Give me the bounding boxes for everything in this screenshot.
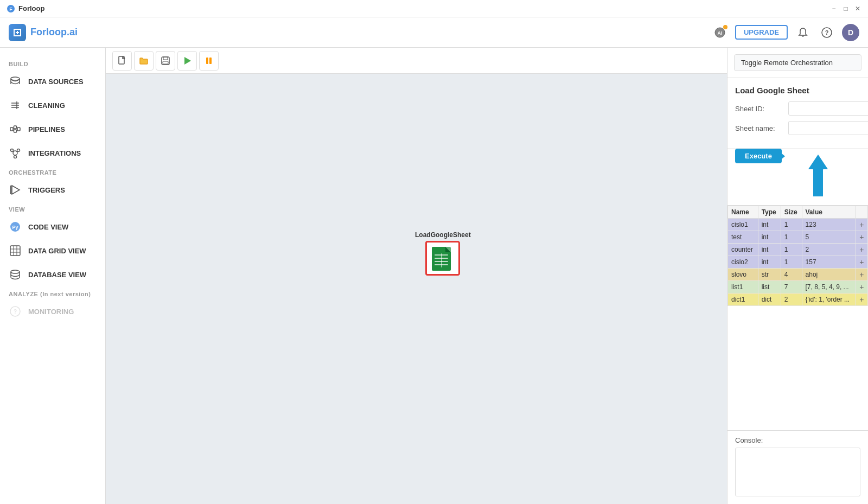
svg-rect-45 [209, 58, 212, 64]
sidebar-item-label: DATA SOURCES [28, 78, 84, 86]
add-row-button[interactable]: + [856, 219, 867, 231]
table-row: counter int 1 2 + [728, 244, 868, 256]
add-row-button[interactable]: + [856, 269, 867, 281]
sidebar-item-label: CODE VIEW [28, 223, 68, 231]
sidebar-item-code-view[interactable]: Py CODE VIEW [0, 215, 105, 239]
upgrade-button[interactable]: UPGRADE [735, 25, 788, 40]
right-panel: Toggle Remote Orchestration Load Google … [727, 48, 868, 504]
save-icon [161, 56, 170, 66]
execute-button[interactable]: Execute [735, 149, 782, 163]
svg-rect-12 [10, 127, 13, 131]
arrow-up-icon [805, 151, 832, 200]
sidebar-item-data-grid-view[interactable]: DATA GRID VIEW [0, 239, 105, 263]
save-button[interactable] [156, 51, 175, 71]
header-actions: AI UPGRADE ? D [711, 24, 859, 41]
data-table-section: Name Type Size Value cislo1 int 1 123 + … [727, 205, 868, 430]
svg-text:F: F [9, 7, 12, 12]
titlebar: F Forloop − □ ✕ [0, 0, 868, 17]
sidebar-item-label: MONITORING [28, 308, 74, 316]
svg-rect-31 [10, 246, 20, 256]
close-button[interactable]: ✕ [854, 5, 861, 12]
svg-point-22 [17, 149, 20, 152]
cell-name: test [728, 231, 758, 244]
sidebar-item-integrations[interactable]: INTEGRATIONS [0, 141, 105, 165]
cell-name: list1 [728, 281, 758, 294]
pipelines-icon [9, 123, 22, 136]
svg-rect-13 [14, 126, 17, 129]
minimize-button[interactable]: − [830, 5, 838, 12]
run-button[interactable] [177, 51, 197, 71]
cell-value: 157 [802, 256, 856, 269]
cell-type: list [758, 281, 781, 294]
data-grid-icon [9, 244, 22, 257]
svg-marker-43 [184, 57, 191, 65]
sidebar-item-label: CLEANING [28, 101, 65, 110]
sidebar-item-cleaning[interactable]: CLEANING [0, 93, 105, 117]
cell-name: slovo [728, 269, 758, 281]
sidebar-item-triggers[interactable]: TRIGGERS [0, 178, 105, 202]
svg-point-36 [11, 270, 20, 273]
pause-button[interactable] [199, 51, 219, 71]
cell-name: counter [728, 244, 758, 256]
console-textarea[interactable] [735, 448, 860, 496]
add-row-button[interactable]: + [856, 281, 867, 294]
table-row: slovo str 4 ahoj + [728, 269, 868, 281]
toggle-remote-orchestration-button[interactable]: Toggle Remote Orchestration [734, 54, 861, 71]
svg-rect-42 [163, 61, 168, 64]
svg-rect-14 [14, 130, 17, 132]
maximize-button[interactable]: □ [842, 5, 850, 12]
forloop-logo-icon [12, 27, 23, 38]
new-file-icon [117, 56, 127, 66]
bell-icon [797, 27, 808, 38]
sheet-id-input[interactable] [788, 101, 868, 116]
play-icon [182, 56, 192, 66]
cleaning-icon [9, 99, 22, 112]
cell-name: dict1 [728, 294, 758, 306]
cell-size: 1 [781, 219, 802, 231]
window-controls: − □ ✕ [830, 5, 861, 12]
add-row-button[interactable]: + [856, 231, 867, 244]
folder-icon [139, 56, 149, 66]
svg-text:Py: Py [12, 225, 18, 230]
cell-type: int [758, 231, 781, 244]
main-layout: BUILD DATA SOURCES [0, 48, 868, 504]
code-view-icon: Py [9, 220, 22, 233]
bell-button[interactable] [794, 24, 812, 41]
console-section: Console: [727, 430, 868, 504]
cell-name: cislo1 [728, 219, 758, 231]
table-row: list1 list 7 [7, 8, 5, 4, 9, ... + [728, 281, 868, 294]
add-row-button[interactable]: + [856, 244, 867, 256]
cell-value: [7, 8, 5, 4, 9, ... [802, 281, 856, 294]
sidebar-item-database-view[interactable]: DATABASE VIEW [0, 263, 105, 286]
sidebar-item-label: PIPELINES [28, 125, 65, 133]
add-row-button[interactable]: + [856, 294, 867, 306]
cell-size: 1 [781, 231, 802, 244]
svg-point-23 [14, 156, 17, 158]
sidebar-item-pipelines[interactable]: PIPELINES [0, 117, 105, 141]
table-row: cislo2 int 1 157 + [728, 256, 868, 269]
sidebar-item-data-sources[interactable]: DATA SOURCES [0, 69, 105, 93]
arrow-indicator [805, 149, 832, 200]
cell-value: 123 [802, 219, 856, 231]
right-panel-top: Toggle Remote Orchestration [727, 48, 868, 78]
new-button[interactable] [112, 51, 132, 71]
sidebar: BUILD DATA SOURCES [0, 48, 106, 504]
open-button[interactable] [134, 51, 154, 71]
console-label: Console: [735, 436, 860, 444]
help-button[interactable]: ? [818, 24, 835, 41]
app-logo-icon: F [7, 4, 15, 13]
avatar-button[interactable]: D [842, 24, 859, 41]
table-row: test int 1 5 + [728, 231, 868, 244]
app-title: F Forloop [7, 4, 44, 13]
brand-logo [9, 24, 26, 41]
add-row-button[interactable]: + [856, 256, 867, 269]
sidebar-item-label: INTEGRATIONS [28, 149, 81, 157]
node-icon[interactable] [425, 241, 460, 276]
col-type: Type [758, 206, 781, 219]
load-google-sheet-node[interactable]: LoadGoogleSheet [415, 231, 471, 276]
canvas-area[interactable]: LoadGoogleSheet [106, 74, 727, 504]
sheet-name-input[interactable] [788, 121, 868, 135]
data-sources-icon [9, 75, 22, 88]
pause-icon [204, 56, 214, 66]
col-action [856, 206, 867, 219]
